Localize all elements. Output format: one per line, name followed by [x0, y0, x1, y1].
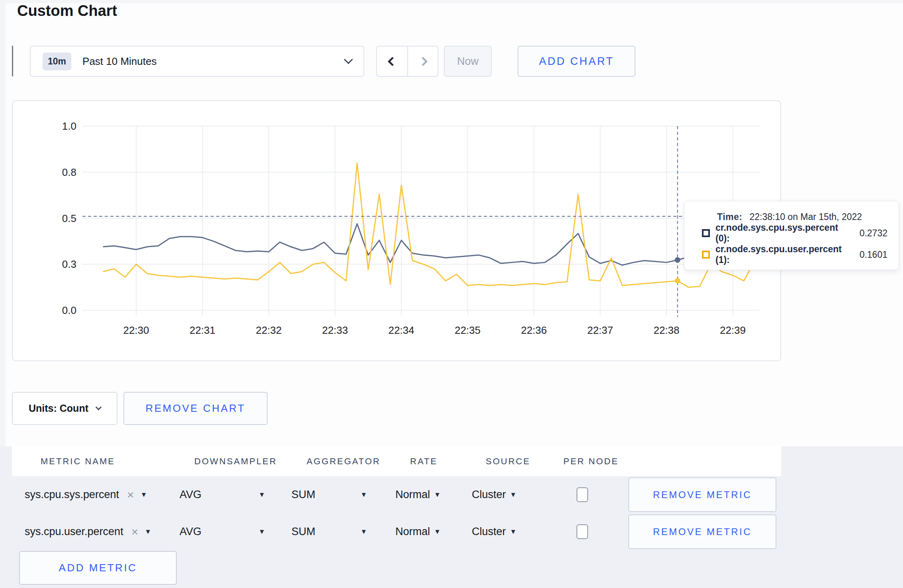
svg-text:0.3: 0.3 — [62, 258, 76, 270]
units-dropdown[interactable]: Units: Count — [12, 392, 117, 425]
svg-text:0.5: 0.5 — [62, 212, 76, 224]
tooltip-time-row: Time: 22:38:10 on Mar 15th, 2022 — [717, 212, 887, 222]
remove-chart-button[interactable]: REMOVE CHART — [123, 392, 268, 425]
dropdown-arrow-icon: ▼ — [434, 491, 441, 499]
time-range-dropdown[interactable]: 10m Past 10 Minutes — [30, 46, 364, 77]
svg-text:22:33: 22:33 — [322, 324, 348, 336]
dropdown-arrow-icon: ▼ — [145, 528, 151, 536]
tooltip-series-row: cr.node.sys.cpu.sys.percent (0): 0.2732 — [702, 222, 887, 244]
chart-card: 0.00.30.50.81.022:3022:3122:3222:3322:34… — [12, 100, 781, 361]
dropdown-arrow-icon: ▼ — [510, 528, 517, 536]
add-metric-button[interactable]: ADD METRIC — [19, 551, 177, 585]
aggregator-value: SUM — [291, 489, 315, 501]
chevron-left-icon — [387, 56, 397, 66]
series-sys-swatch-icon — [702, 229, 710, 237]
remove-metric-button[interactable]: REMOVE METRIC — [628, 477, 776, 512]
tooltip-time-label: Time: — [717, 212, 742, 222]
page-title: Custom Chart — [17, 2, 117, 19]
downsampler-select[interactable]: AVG ▼ — [180, 476, 265, 513]
series-user-swatch-icon — [702, 251, 710, 259]
downsampler-select[interactable]: AVG ▼ — [180, 513, 265, 550]
source-select[interactable]: Cluster ▼ — [472, 476, 516, 513]
metrics-table-header: METRIC NAME DOWNSAMPLER AGGREGATOR RATE … — [12, 446, 781, 476]
aggregator-value: SUM — [291, 526, 315, 538]
tooltip-series-label: cr.node.sys.cpu.sys.percent (0): — [715, 222, 853, 244]
chart-tooltip: Time: 22:38:10 on Mar 15th, 2022 cr.node… — [684, 201, 899, 270]
tooltip-series-value: 0.2732 — [860, 228, 887, 239]
add-chart-button[interactable]: ADD CHART — [518, 46, 635, 77]
toolbar-left-divider — [12, 46, 13, 76]
svg-text:22:39: 22:39 — [720, 324, 746, 336]
metrics-section: METRIC NAME DOWNSAMPLER AGGREGATOR RATE … — [0, 446, 903, 588]
dropdown-arrow-icon: ▼ — [360, 528, 367, 536]
rate-value: Normal — [395, 526, 430, 538]
per-node-checkbox[interactable] — [577, 524, 588, 539]
aggregator-select[interactable]: SUM ▼ — [291, 476, 367, 513]
dropdown-arrow-icon: ▼ — [360, 491, 367, 499]
svg-text:22:31: 22:31 — [190, 324, 215, 336]
rate-select[interactable]: Normal ▼ — [395, 476, 441, 513]
time-range-badge: 10m — [43, 53, 71, 70]
time-step-buttons — [376, 46, 438, 77]
svg-text:22:36: 22:36 — [521, 324, 547, 336]
downsampler-value: AVG — [180, 489, 201, 501]
dropdown-arrow-icon: ▼ — [141, 491, 147, 499]
dropdown-arrow-icon: ▼ — [258, 491, 265, 499]
svg-text:22:32: 22:32 — [256, 324, 281, 336]
timeseries-chart[interactable]: 0.00.30.50.81.022:3022:3122:3222:3322:34… — [13, 101, 780, 360]
chevron-right-icon — [418, 56, 428, 66]
per-node-checkbox[interactable] — [577, 487, 588, 502]
chevron-down-icon — [344, 55, 353, 64]
prev-time-button[interactable] — [377, 47, 407, 76]
col-header-aggregator: AGGREGATOR — [307, 446, 381, 476]
next-time-button[interactable] — [407, 47, 438, 76]
table-row: sys.cpu.user.percent × ▼ AVG ▼ SUM ▼ Nor… — [0, 513, 903, 550]
tooltip-series-row: cr.node.sys.cpu.user.percent (1): 0.1601 — [702, 244, 887, 265]
svg-text:0.0: 0.0 — [62, 304, 76, 316]
source-value: Cluster — [472, 526, 506, 538]
tooltip-series-value: 0.1601 — [860, 249, 887, 260]
units-label: Units: Count — [29, 403, 88, 414]
metric-name-select[interactable]: sys.cpu.user.percent × ▼ — [25, 513, 151, 550]
per-node-cell — [577, 476, 588, 513]
metric-name-select[interactable]: sys.cpu.sys.percent × ▼ — [25, 476, 147, 513]
tooltip-series-label: cr.node.sys.cpu.user.percent (1): — [715, 244, 853, 265]
table-row: sys.cpu.sys.percent × ▼ AVG ▼ SUM ▼ Norm… — [0, 476, 903, 513]
dropdown-arrow-icon: ▼ — [510, 491, 517, 499]
clear-metric-icon[interactable]: × — [127, 488, 134, 502]
col-header-rate: RATE — [410, 446, 438, 476]
now-button[interactable]: Now — [444, 46, 492, 77]
col-header-per-node: PER NODE — [563, 446, 619, 476]
downsampler-value: AVG — [180, 526, 201, 538]
dropdown-arrow-icon: ▼ — [258, 528, 265, 536]
aggregator-select[interactable]: SUM ▼ — [291, 513, 367, 550]
per-node-cell — [577, 513, 588, 550]
svg-text:0.8: 0.8 — [62, 166, 76, 178]
remove-metric-button[interactable]: REMOVE METRIC — [628, 514, 776, 549]
svg-text:22:34: 22:34 — [388, 324, 414, 336]
svg-text:22:35: 22:35 — [455, 324, 481, 336]
svg-text:1.0: 1.0 — [62, 120, 76, 132]
metric-name-value: sys.cpu.sys.percent — [25, 489, 119, 501]
col-header-metric-name: METRIC NAME — [41, 446, 115, 476]
source-value: Cluster — [472, 489, 506, 501]
rate-select[interactable]: Normal ▼ — [395, 513, 441, 550]
clear-metric-icon[interactable]: × — [131, 525, 139, 539]
col-header-downsampler: DOWNSAMPLER — [194, 446, 277, 476]
source-select[interactable]: Cluster ▼ — [472, 513, 516, 550]
chevron-down-icon — [96, 404, 102, 411]
metric-name-value: sys.cpu.user.percent — [25, 526, 123, 538]
svg-text:22:30: 22:30 — [123, 324, 149, 336]
rate-value: Normal — [395, 489, 430, 501]
svg-text:22:37: 22:37 — [587, 324, 613, 336]
svg-text:22:38: 22:38 — [653, 324, 679, 336]
time-range-label: Past 10 Minutes — [82, 55, 345, 68]
tooltip-time-value: 22:38:10 on Mar 15th, 2022 — [749, 212, 862, 222]
dropdown-arrow-icon: ▼ — [434, 528, 441, 536]
col-header-source: SOURCE — [486, 446, 530, 476]
